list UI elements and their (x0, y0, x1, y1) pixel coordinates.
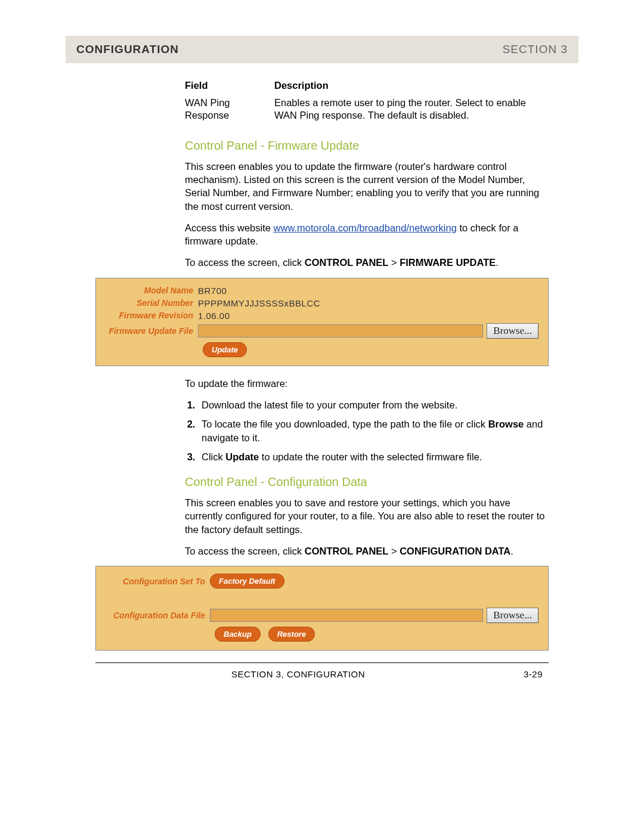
list-item: Download the latest file to your compute… (198, 398, 549, 411)
config-file-input[interactable] (210, 609, 483, 622)
model-name-value: BR700 (198, 286, 227, 296)
factory-default-button[interactable]: Factory Default (210, 574, 284, 589)
serial-number-label: Serial Number (106, 298, 198, 308)
firmware-nav-instruction: To access the screen, click CONTROL PANE… (185, 256, 549, 269)
firmware-revision-value: 1.06.00 (198, 311, 230, 321)
field-desc: Enables a remote user to ping the router… (274, 95, 549, 124)
col-desc-header: Description (274, 78, 549, 95)
field-description-table: Field Description WAN Ping Response Enab… (185, 78, 549, 124)
firmware-file-label: Firmware Update File (106, 326, 198, 336)
footer-section-label: SECTION 3, CONFIGURATION (101, 669, 495, 679)
backup-button[interactable]: Backup (215, 627, 261, 642)
configuration-data-panel: Configuration Set To Factory Default Con… (95, 566, 549, 651)
footer-page-number: 3-29 (495, 669, 543, 679)
firmware-access-link: Access this website www.motorola.com/bro… (185, 221, 549, 248)
motorola-link[interactable]: www.motorola.com/broadband/networking (274, 222, 457, 233)
update-button[interactable]: Update (203, 342, 247, 357)
field-name: WAN Ping Response (185, 95, 274, 124)
config-set-to-label: Configuration Set To (106, 577, 210, 586)
footer-divider (95, 662, 549, 663)
configdata-intro: This screen enables you to save and rest… (185, 496, 549, 536)
configdata-nav-instruction: To access the screen, click CONTROL PANE… (185, 544, 549, 558)
model-name-label: Model Name (106, 286, 198, 295)
firmware-file-input[interactable] (198, 324, 483, 337)
browse-button[interactable]: Browse... (487, 608, 538, 623)
header-section: SECTION 3 (503, 43, 568, 56)
steps-intro: To update the firmware: (185, 377, 549, 390)
serial-number-value: PPPPMMYJJJSSSSxBBLCC (198, 298, 320, 308)
list-item: To locate the file you downloaded, type … (198, 417, 549, 444)
firmware-intro: This screen enables you to update the fi… (185, 160, 549, 213)
firmware-update-panel: Model Name BR700 Serial Number PPPPMMYJJ… (95, 278, 549, 366)
table-row: WAN Ping Response Enables a remote user … (185, 95, 549, 124)
configdata-heading: Control Panel - Configuration Data (185, 475, 549, 489)
page-header: CONFIGURATION SECTION 3 (66, 36, 578, 63)
firmware-revision-label: Firmware Revision (106, 311, 198, 320)
browse-button[interactable]: Browse... (487, 323, 538, 339)
header-title: CONFIGURATION (76, 43, 179, 56)
firmware-heading: Control Panel - Firmware Update (185, 139, 549, 153)
restore-button[interactable]: Restore (268, 627, 315, 642)
list-item: Click Update to update the router with t… (198, 450, 549, 463)
col-field-header: Field (185, 78, 274, 95)
page-footer: SECTION 3, CONFIGURATION 3-29 (66, 669, 578, 679)
config-file-label: Configuration Data File (106, 611, 210, 620)
firmware-steps: Download the latest file to your compute… (185, 398, 549, 463)
